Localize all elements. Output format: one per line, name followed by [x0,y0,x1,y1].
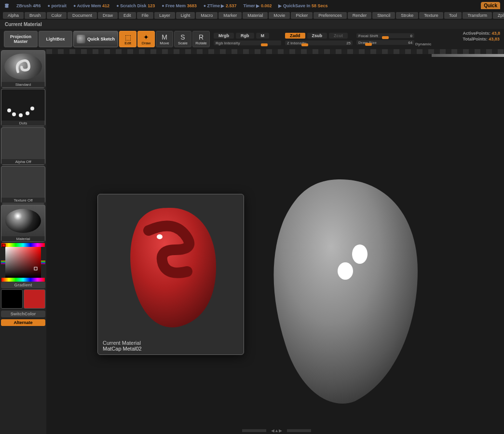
free-mem: ● Free Mem 3683 [162,3,197,8]
draw-icon: ✦ [143,33,149,41]
canvas-viewport[interactable]: Current Material MatCap Metal02 [46,49,504,434]
project-name: ● portrait [48,3,67,8]
menu-preferences[interactable]: Preferences [313,12,347,19]
svg-rect-5 [5,247,41,278]
draw-mode-button[interactable]: ✦Draw [137,31,155,47]
menu-file[interactable]: File [137,12,154,19]
grey-head-model [259,175,422,406]
menu-render[interactable]: Render [348,12,372,19]
svg-point-8 [352,244,368,264]
menu-edit[interactable]: Edit [119,12,136,19]
menu-stroke[interactable]: Stroke [396,12,418,19]
scratch-disk: ● Scratch Disk 123 [116,3,155,8]
switch-color-button[interactable]: SwitchColor [1,311,45,317]
m-button[interactable]: M [256,33,270,39]
scale-mode-button[interactable]: SScale [174,31,191,47]
tooltip-line1: Current Material [103,340,142,346]
menu-color[interactable]: Color [47,12,67,19]
svg-rect-6 [2,244,5,247]
red-head-preview [122,204,218,329]
menu-draw[interactable]: Draw [98,12,118,19]
move-mode-button[interactable]: MMove [156,31,173,47]
menu-macro[interactable]: Macro [196,12,218,19]
mrgb-button[interactable]: Mrgb [214,33,234,39]
top-ruler [46,49,504,54]
main-area: Standard Dots Alpha Off Texture Off Mate… [0,49,504,434]
material-tooltip: Current Material MatCap Metal02 [97,194,244,355]
menu-movie[interactable]: Movie [269,12,290,19]
point-stats: ActivePoints: 43,8 TotalPoints: 43,83 [463,31,500,47]
current-material-label: Current Material [0,20,504,29]
material-label: Material [1,236,45,242]
svg-point-10 [157,234,163,239]
quicksketch-button[interactable]: Quick Sketch [73,31,118,47]
menu-alpha[interactable]: Alpha [3,12,24,19]
zsub-button[interactable]: Zsub [307,33,327,39]
menu-light[interactable]: Light [176,12,195,19]
rotate-icon: R [199,33,204,41]
timer: Timer ▶ 0.002 [244,3,272,8]
menu-material[interactable]: Material [243,12,268,19]
stroke-label: Dots [1,121,45,126]
dots-icon [4,92,42,118]
color-chip-secondary[interactable] [24,289,45,309]
svg-rect-0 [1,243,45,247]
color-chip-main[interactable] [1,289,23,309]
quicksketch-label: Quick Sketch [87,37,115,41]
menu-layer[interactable]: Layer [154,12,175,19]
menu-brush[interactable]: Brush [25,12,46,19]
edit-icon: ⬚ [125,33,131,41]
brush-thumbnail[interactable]: Standard [1,50,45,88]
alpha-label: Alpha Off [1,159,45,164]
ztime: ● ZTime ▶ 2.537 [204,3,237,8]
rotate-mode-button[interactable]: RRotate [192,31,210,47]
brush-swirl-icon [4,54,42,80]
dynamic-label: Dynamic [415,42,431,46]
edit-mode-button[interactable]: ⬚Edit [119,31,136,47]
alpha-thumbnail[interactable]: Alpha Off [1,127,45,165]
zbrush-logo-icon [4,3,10,9]
svg-rect-1 [1,278,45,282]
menu-picker[interactable]: Picker [291,12,313,19]
menu-texture[interactable]: Texture [419,12,443,19]
quicksketch-icon [77,35,85,43]
menu-document[interactable]: Document [68,12,97,19]
brush-label: Standard [1,82,45,87]
zadd-button[interactable]: Zadd [285,33,305,39]
scale-icon: S [180,33,185,41]
z-intensity-slider[interactable]: Z Intensity 25 [285,41,353,45]
app-name: ZBrush 4R6 [16,3,41,8]
projection-master-button[interactable]: Projection Master [4,31,38,47]
active-mem: ● Active Mem 412 [73,3,109,8]
menu-transform[interactable]: Transform [463,12,492,19]
rgb-button[interactable]: Rgb [236,33,254,39]
material-sphere-icon [5,209,41,233]
focal-shift-slider[interactable]: Focal Shift 0 [356,33,414,38]
title-bar: ZBrush 4R6 ● portrait ● Active Mem 412 ●… [0,0,504,11]
left-sidebar: Standard Dots Alpha Off Texture Off Mate… [0,49,46,434]
quicksave-button[interactable]: Quick [481,2,500,9]
gradient-button[interactable]: Gradient [1,282,45,288]
top-toolbar: Projection Master LightBox Quick Sketch … [0,29,504,49]
texture-label: Texture Off [1,198,45,203]
bottom-ruler: ◀▲▶ [49,427,504,434]
lightbox-button[interactable]: LightBox [39,31,72,47]
menu-tool[interactable]: Tool [444,12,462,19]
material-thumbnail[interactable]: Material [1,204,45,242]
move-icon: M [162,33,167,41]
quicksave-timer: ▶ QuickSave In 58 Secs [278,3,327,8]
menu-bar: AlphaBrushColorDocumentDrawEditFileLayer… [0,11,504,20]
svg-point-9 [338,262,353,280]
menu-zplugin[interactable]: Zplugin [493,12,504,19]
tooltip-line2: MatCap Metal02 [103,346,142,352]
color-picker[interactable] [1,243,45,282]
draw-size-slider[interactable]: Draw Size 64 [356,40,414,45]
gradient-bar[interactable] [432,54,504,57]
rgb-intensity-slider[interactable]: Rgb Intensity [214,41,281,45]
menu-stencil[interactable]: Stencil [372,12,395,19]
zcut-button[interactable]: Zcut [329,33,348,39]
texture-thumbnail[interactable]: Texture Off [1,166,45,203]
menu-marker[interactable]: Marker [218,12,242,19]
alternate-button[interactable]: Alternate [1,319,45,326]
stroke-thumbnail[interactable]: Dots [1,89,45,126]
